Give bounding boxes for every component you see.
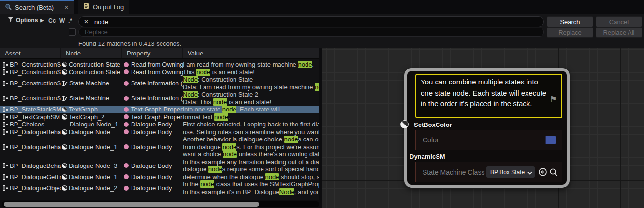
column-header-node[interactable]: Node bbox=[61, 48, 122, 58]
state-node-icon bbox=[62, 185, 67, 191]
results-body: BP_ConstructionSConstruction StateRead f… bbox=[0, 59, 319, 200]
cancel-button[interactable]: Cancel bbox=[596, 16, 642, 27]
node-cell: Dialogue Node bbox=[61, 128, 122, 136]
table-row[interactable]: BP_DialogueObjecDialogue Node_2Dialogue … bbox=[0, 180, 319, 195]
property-pin-icon bbox=[124, 129, 129, 134]
table-row[interactable]: BP_ConstructionSConstruction StateRead f… bbox=[0, 61, 319, 69]
column-header-property[interactable]: Property bbox=[122, 48, 183, 58]
state-node-icon bbox=[62, 163, 67, 168]
regex-toggle[interactable]: .* bbox=[68, 17, 72, 24]
value-line: I am read from my owning state machine n… bbox=[183, 61, 319, 69]
match-highlight: node bbox=[200, 180, 214, 188]
browse-to-asset-icon[interactable] bbox=[549, 168, 558, 177]
state-node-icon bbox=[62, 107, 67, 112]
replace-button[interactable]: Replace bbox=[547, 27, 593, 38]
class-dropdown[interactable]: BP Box State M bbox=[486, 166, 535, 178]
clear-search-icon[interactable]: ✕ bbox=[84, 19, 88, 25]
asset-name: BP_ConstructionS bbox=[10, 80, 61, 87]
table-row[interactable]: BP_ConstructionSConstruction StateRead f… bbox=[0, 69, 319, 76]
state-node-icon bbox=[62, 174, 67, 180]
node-name: State Machine bbox=[69, 80, 109, 87]
whole-word-toggle[interactable]: W bbox=[59, 17, 65, 24]
close-icon[interactable]: ✕ bbox=[63, 4, 70, 11]
asset-icon bbox=[2, 107, 9, 112]
options-button[interactable]: Options ▶ bbox=[8, 17, 44, 24]
value-cell: This node is an end state! bbox=[183, 69, 319, 76]
blueprint-graph[interactable]: You can combine multiple states into one… bbox=[322, 48, 644, 208]
table-row[interactable]: BP_TextGraphSMTextGraph_2Text Graph Prop… bbox=[0, 113, 319, 121]
replace-input[interactable] bbox=[84, 28, 539, 36]
value-cell: Node: Construction StateData: I am read … bbox=[183, 76, 319, 91]
table-row[interactable]: BP_StateStackSMTextGraphText Graph Prope… bbox=[0, 106, 319, 113]
asset-cell: BP_DialogueBehav bbox=[0, 128, 61, 136]
blueprint-search-icon bbox=[5, 3, 12, 12]
asset-name: BP_DialogueBehav bbox=[10, 162, 61, 169]
table-row[interactable]: BP_DialogueBehavDialogue NodeDialogue Bo… bbox=[0, 128, 319, 136]
horizontal-scrollbar[interactable] bbox=[2, 201, 319, 207]
value-line: from dialogue nodes. For this project we… bbox=[183, 143, 319, 151]
table-row[interactable]: BP_DialogueGettinDialogue Node_1Dialogue… bbox=[0, 173, 319, 181]
property-cell: State Information (0 bbox=[122, 80, 183, 87]
replace-all-button[interactable]: Replace All bbox=[596, 27, 642, 38]
match-highlight: node bbox=[213, 98, 227, 106]
tab-output-log[interactable]: Output Log bbox=[78, 0, 129, 14]
property-cell: Dialogue Body bbox=[122, 143, 183, 151]
match-case-toggle[interactable]: Cc bbox=[48, 17, 56, 24]
node-cell: State Machine bbox=[61, 80, 122, 87]
state-machine-icon bbox=[62, 81, 68, 86]
column-header-asset[interactable]: Asset bbox=[0, 48, 61, 58]
asset-name: BP_TextGraphSM bbox=[10, 113, 60, 121]
replace-checkbox[interactable] bbox=[69, 28, 76, 36]
value-line: This node is an end state! bbox=[183, 69, 319, 76]
state-icon bbox=[400, 120, 409, 128]
search-button[interactable]: Search bbox=[547, 16, 593, 27]
match-highlight: node bbox=[222, 106, 236, 113]
state-node-icon bbox=[62, 62, 67, 67]
tab-search-beta[interactable]: Search (Beta) ✕ bbox=[0, 0, 74, 14]
asset-name: BP_DialogueBehav bbox=[10, 143, 61, 151]
property-name: Text Graph Property bbox=[131, 106, 183, 113]
asset-name: BP_ConstructionS bbox=[10, 69, 61, 76]
table-row[interactable]: BP_ConstructionSState MachineState Infor… bbox=[0, 76, 319, 91]
match-highlight: node bbox=[208, 166, 222, 173]
value-line: determine when the dialogue node should … bbox=[183, 173, 319, 181]
table-row[interactable]: BP_DialogueBehavDialogue Node_3Dialogue … bbox=[0, 158, 319, 173]
search-input[interactable] bbox=[94, 18, 539, 26]
property-name: Dialogue Body bbox=[131, 173, 172, 180]
property-name: Dialogue Body bbox=[131, 128, 172, 136]
node-name: Dialogue Node_3 bbox=[69, 162, 117, 169]
node-text-box[interactable]: You can combine multiple states into one… bbox=[415, 74, 562, 118]
column-header-value[interactable]: Value bbox=[183, 48, 319, 58]
value-cell: I am read from my owning state machine n… bbox=[183, 61, 319, 69]
property-pin-icon bbox=[124, 163, 129, 168]
asset-icon bbox=[2, 62, 9, 68]
table-row[interactable]: BP_ChoicesDialogue Node_1Dialogue BodyFi… bbox=[0, 121, 319, 128]
match-highlight: node bbox=[196, 69, 210, 76]
asset-name: BP_ConstructionS bbox=[10, 61, 61, 68]
table-row[interactable]: BP_DialogueBehavDialogue Node_1Dialogue … bbox=[0, 136, 319, 158]
search-beta-panel: Search (Beta) ✕ Output Log Options ▶ Cc … bbox=[0, 0, 644, 208]
state-node-icon bbox=[62, 69, 67, 75]
table-row[interactable]: BP_ConstructionSState MachineState Infor… bbox=[0, 91, 319, 106]
color-swatch[interactable] bbox=[545, 136, 556, 144]
match-highlight: node bbox=[222, 143, 236, 151]
value-line: Node: Construction State 2 bbox=[183, 91, 319, 98]
chevron-down-icon bbox=[527, 168, 532, 177]
scrollbar-thumb[interactable] bbox=[4, 202, 259, 207]
node-cell: Dialogue Node_3 bbox=[61, 162, 122, 169]
value-line: into one state node. Each state will bbox=[183, 106, 319, 113]
value-cell: determine when the dialogue node should … bbox=[183, 173, 319, 181]
node-cell: Dialogue Node_1 bbox=[61, 143, 122, 151]
property-pin-icon bbox=[124, 122, 129, 127]
use-selected-asset-icon[interactable] bbox=[538, 167, 547, 177]
node-name: TextGraph bbox=[69, 106, 98, 113]
asset-cell: BP_ConstructionS bbox=[0, 95, 61, 102]
asset-cell: BP_DialogueObjec bbox=[0, 184, 61, 192]
match-highlight: no bbox=[315, 83, 319, 91]
property-cell: Text Graph Property bbox=[122, 113, 183, 121]
state-node[interactable]: You can combine multiple states into one… bbox=[404, 68, 570, 188]
value-line: Data: This node is an end state! bbox=[183, 98, 319, 106]
property-pin-icon bbox=[124, 114, 129, 119]
asset-icon bbox=[2, 122, 9, 127]
node-name: Dialogue Node_1 bbox=[69, 143, 117, 151]
